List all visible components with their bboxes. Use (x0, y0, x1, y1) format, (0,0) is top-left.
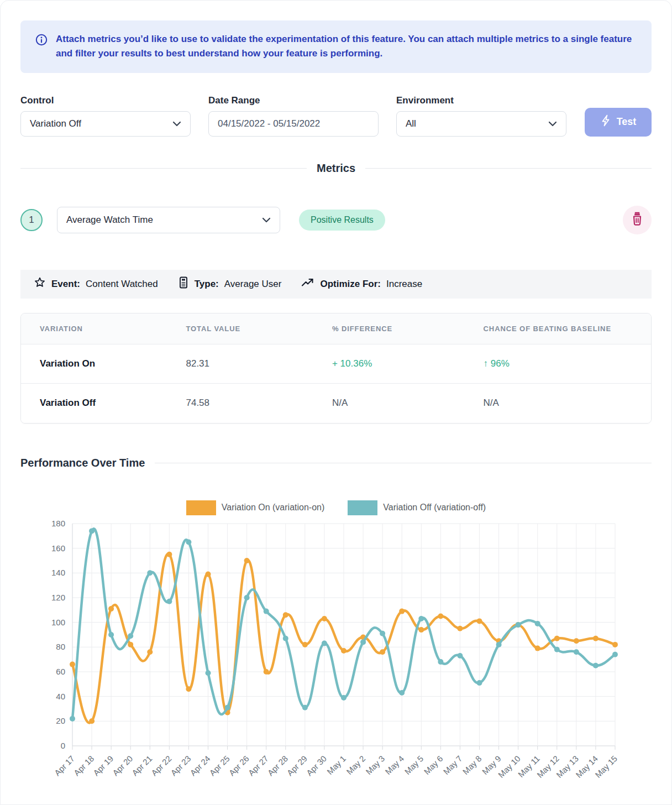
metric-select[interactable]: Average Watch Time (57, 207, 280, 233)
svg-text:140: 140 (51, 568, 65, 577)
svg-text:0: 0 (61, 741, 65, 750)
chart-legend: Variation On (variation-on)Variation Off… (20, 500, 652, 515)
environment-select[interactable]: All (396, 111, 566, 137)
table-header-row: VARIATION TOTAL VALUE % DIFFERENCE CHANC… (21, 313, 651, 344)
svg-text:Apr 19: Apr 19 (91, 754, 115, 777)
svg-text:May 2: May 2 (344, 754, 367, 776)
control-select-value: Variation Off (30, 118, 81, 129)
test-button-label: Test (617, 116, 637, 128)
date-range-label: Date Range (208, 95, 379, 106)
chevron-down-icon (548, 118, 557, 129)
date-range-field: Date Range 04/15/2022 - 05/15/2022 (208, 95, 379, 137)
svg-text:May 6: May 6 (422, 754, 445, 776)
col-variation: VARIATION (21, 313, 167, 344)
svg-text:May 4: May 4 (383, 754, 406, 776)
positive-results-badge: Positive Results (299, 210, 385, 231)
svg-text:May 3: May 3 (364, 754, 386, 776)
svg-text:Apr 18: Apr 18 (72, 754, 96, 777)
environment-select-value: All (406, 118, 416, 129)
test-button[interactable]: Test (585, 108, 652, 137)
control-select[interactable]: Variation Off (20, 111, 191, 137)
svg-text:Apr 21: Apr 21 (130, 754, 154, 777)
legend-item[interactable]: Variation On (variation-on) (186, 500, 324, 515)
svg-text:Apr 28: Apr 28 (266, 754, 290, 777)
svg-text:May 1: May 1 (325, 754, 348, 776)
feature-metrics-page: Attach metrics you’d like to use to vali… (0, 0, 672, 805)
svg-text:Apr 27: Apr 27 (246, 754, 270, 777)
svg-text:Apr 17: Apr 17 (53, 754, 76, 777)
table-row: Variation Off 74.58 N/A N/A (21, 384, 651, 423)
event-value: Content Watched (86, 279, 158, 290)
difference-value: + 10.36% (313, 344, 465, 384)
trash-icon (631, 212, 644, 228)
svg-text:180: 180 (51, 519, 65, 528)
variation-name: Variation On (21, 344, 167, 384)
svg-text:60: 60 (56, 667, 65, 676)
svg-text:40: 40 (56, 691, 65, 701)
col-total-value: TOTAL VALUE (167, 313, 313, 344)
type-label: Type: (195, 279, 219, 290)
legend-label: Variation On (variation-on) (222, 503, 324, 513)
event-label: Event: (51, 279, 80, 290)
svg-text:Apr 22: Apr 22 (149, 754, 173, 777)
event-detail: Event: Content Watched (34, 276, 158, 291)
metric-details-bar: Event: Content Watched Type: Average Use… (20, 270, 652, 299)
svg-text:120: 120 (51, 593, 65, 602)
chevron-down-icon (172, 118, 181, 129)
info-banner-text: Attach metrics you’d like to use to vali… (56, 32, 637, 61)
svg-text:May 5: May 5 (402, 754, 425, 776)
star-icon (34, 276, 46, 291)
divider-line (155, 463, 652, 463)
total-value: 74.58 (167, 384, 313, 423)
metrics-section-divider: Metrics (20, 162, 652, 175)
metric-select-value: Average Watch Time (66, 215, 153, 226)
legend-swatch-icon (186, 500, 216, 515)
col-difference: % DIFFERENCE (313, 313, 465, 344)
environment-label: Environment (396, 95, 566, 106)
metric-index-badge: 1 (20, 209, 43, 231)
info-banner: Attach metrics you’d like to use to vali… (20, 20, 652, 73)
legend-item[interactable]: Variation Off (variation-off) (348, 500, 486, 515)
svg-text:May 15: May 15 (593, 754, 619, 780)
trend-up-icon (301, 278, 314, 290)
type-detail: Type: Average User (178, 276, 282, 291)
environment-field: Environment All (396, 95, 566, 137)
svg-text:Apr 25: Apr 25 (207, 754, 231, 777)
control-label: Control (20, 95, 191, 106)
filter-controls: Control Variation Off Date Range 04/15/2… (20, 95, 652, 137)
calculator-icon (178, 276, 189, 291)
performance-section-header: Performance Over Time (20, 457, 652, 469)
type-value: Average User (224, 279, 282, 290)
svg-text:Apr 30: Apr 30 (305, 754, 328, 777)
performance-title: Performance Over Time (20, 457, 145, 469)
optimize-for-detail: Optimize For: Increase (301, 278, 422, 290)
svg-text:Apr 29: Apr 29 (285, 754, 309, 777)
legend-label: Variation Off (variation-off) (383, 503, 486, 513)
svg-text:Apr 20: Apr 20 (111, 754, 134, 777)
svg-text:May 8: May 8 (461, 754, 484, 776)
svg-text:80: 80 (56, 642, 65, 651)
divider-line (20, 168, 307, 169)
svg-text:Apr 24: Apr 24 (188, 754, 212, 777)
line-chart-canvas[interactable]: 020406080100120140160180Apr 17Apr 18Apr … (17, 516, 653, 799)
info-icon (35, 33, 48, 61)
chance-value: ↑ 96% (465, 344, 651, 384)
svg-text:160: 160 (51, 543, 65, 552)
metrics-section-title: Metrics (307, 162, 365, 175)
metric-row: 1 Average Watch Time Positive Results (20, 206, 652, 234)
difference-value: N/A (313, 384, 465, 423)
results-table: VARIATION TOTAL VALUE % DIFFERENCE CHANC… (20, 313, 652, 424)
legend-swatch-icon (348, 500, 377, 515)
svg-text:May 10: May 10 (496, 754, 522, 780)
control-field: Control Variation Off (20, 95, 191, 137)
date-range-input[interactable]: 04/15/2022 - 05/15/2022 (208, 111, 379, 137)
optimize-for-label: Optimize For: (320, 279, 381, 290)
delete-metric-button[interactable] (623, 206, 652, 234)
performance-chart: 020406080100120140160180Apr 17Apr 18Apr … (17, 516, 652, 802)
svg-text:Apr 26: Apr 26 (227, 754, 250, 777)
variation-name: Variation Off (21, 384, 167, 423)
svg-text:May 7: May 7 (442, 754, 464, 776)
svg-text:20: 20 (56, 716, 65, 725)
table-row: Variation On 82.31 + 10.36% ↑ 96% (21, 344, 651, 384)
total-value: 82.31 (167, 344, 313, 384)
